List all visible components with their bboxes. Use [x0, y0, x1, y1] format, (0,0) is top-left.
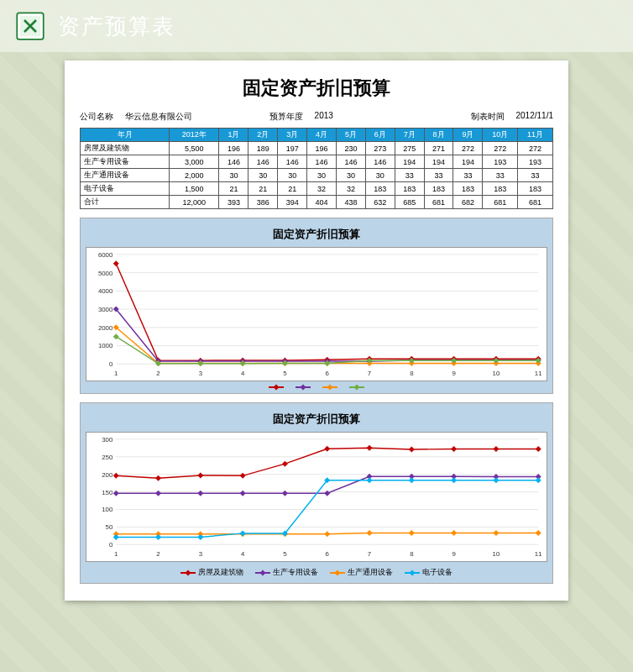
- svg-rect-131: [197, 534, 203, 540]
- svg-rect-101: [324, 446, 330, 452]
- year-label: 预算年度: [269, 111, 303, 123]
- table-cell: 183: [518, 182, 553, 196]
- table-header: 7月: [395, 129, 424, 142]
- svg-rect-99: [240, 473, 246, 479]
- data-table: 年月2012年1月2月3月4月5月6月7月8月9月10月11月 房屋及建筑物5,…: [80, 128, 553, 209]
- svg-rect-104: [451, 446, 457, 452]
- table-header: 5月: [336, 129, 365, 142]
- svg-text:0: 0: [109, 360, 113, 368]
- excel-icon: [13, 8, 48, 44]
- svg-text:3000: 3000: [98, 306, 113, 313]
- svg-text:10: 10: [493, 550, 500, 558]
- table-cell: 271: [424, 142, 453, 155]
- table-cell: 183: [365, 182, 395, 196]
- date-value: 2012/11/1: [516, 111, 554, 123]
- legend-item: 生产专用设备: [255, 567, 318, 578]
- table-cell: 32: [307, 182, 337, 196]
- svg-text:100: 100: [102, 506, 113, 513]
- svg-text:6000: 6000: [98, 251, 113, 259]
- table-cell: 32: [336, 182, 365, 196]
- table-cell: 33: [518, 169, 553, 182]
- table-header: 2012年: [170, 129, 219, 142]
- svg-rect-136: [409, 477, 415, 483]
- table-cell: 438: [336, 196, 365, 209]
- table-cell: 196: [307, 142, 337, 155]
- table-row: 合计12,00039338639440443863268568168268168…: [81, 196, 553, 209]
- svg-text:1000: 1000: [98, 342, 113, 349]
- svg-text:3: 3: [199, 370, 203, 377]
- svg-text:10: 10: [493, 370, 500, 377]
- svg-text:5: 5: [283, 550, 287, 558]
- svg-rect-60: [113, 333, 119, 339]
- svg-text:50: 50: [106, 523, 113, 531]
- svg-rect-97: [155, 475, 161, 481]
- table-row: 生产专用设备3,00014614614614614614619419419419…: [81, 155, 553, 169]
- table-cell: 681: [424, 196, 453, 209]
- table-header: 9月: [453, 129, 483, 142]
- table-header: 11月: [518, 129, 553, 142]
- table-cell: 183: [453, 182, 483, 196]
- svg-text:2: 2: [156, 370, 160, 377]
- table-cell: 1,500: [170, 182, 219, 196]
- svg-rect-108: [155, 491, 161, 496]
- table-cell: 272: [453, 142, 483, 155]
- svg-rect-123: [324, 531, 330, 537]
- table-cell: 183: [483, 182, 518, 196]
- svg-text:2000: 2000: [98, 324, 113, 332]
- chart-1-title: 固定资产折旧预算: [86, 227, 547, 242]
- table-cell: 2,000: [170, 169, 219, 182]
- svg-text:200: 200: [102, 471, 113, 479]
- svg-rect-111: [282, 491, 288, 496]
- svg-rect-126: [451, 530, 457, 536]
- table-header: 年月: [81, 129, 170, 142]
- table-cell: 681: [518, 196, 553, 209]
- table-cell: 183: [424, 182, 453, 196]
- legend-item: [322, 386, 337, 388]
- table-header: 4月: [307, 129, 337, 142]
- table-cell: 5,500: [170, 142, 219, 155]
- table-cell: 194: [424, 155, 453, 169]
- legend-item: 房屋及建筑物: [180, 567, 243, 578]
- year-value: 2013: [315, 111, 333, 123]
- svg-text:11: 11: [535, 550, 542, 558]
- table-cell: 146: [365, 155, 395, 169]
- table-cell: 12,000: [170, 196, 219, 209]
- document-title: 固定资产折旧预算: [80, 76, 553, 101]
- svg-text:1: 1: [114, 370, 118, 377]
- company-value: 华云信息有限公司: [125, 111, 192, 123]
- svg-rect-124: [367, 530, 373, 536]
- svg-rect-109: [197, 491, 203, 496]
- chart-2: 固定资产折旧预算 0501001502002503001234567891011…: [80, 402, 553, 584]
- table-header: 6月: [365, 129, 395, 142]
- svg-text:3: 3: [199, 550, 203, 558]
- svg-rect-112: [324, 491, 330, 496]
- table-cell: 30: [336, 169, 365, 182]
- table-cell: 273: [365, 142, 395, 155]
- svg-rect-127: [493, 530, 499, 536]
- table-cell: 386: [248, 196, 278, 209]
- svg-rect-130: [155, 534, 161, 540]
- table-cell: 275: [395, 142, 424, 155]
- table-cell: 146: [248, 155, 278, 169]
- svg-text:11: 11: [535, 370, 542, 377]
- table-cell: 272: [518, 142, 553, 155]
- date-label: 制表时间: [471, 111, 505, 123]
- legend-item: [296, 386, 311, 388]
- table-cell: 196: [219, 142, 248, 155]
- table-cell: 3,000: [170, 155, 219, 169]
- table-row: 房屋及建筑物5,50019618919719623027327527127227…: [81, 142, 553, 155]
- svg-text:7: 7: [368, 370, 371, 377]
- svg-text:0: 0: [109, 541, 113, 549]
- table-cell: 电子设备: [81, 182, 170, 196]
- table-cell: 194: [395, 155, 424, 169]
- legend-item: 电子设备: [405, 567, 453, 578]
- svg-text:4000: 4000: [98, 287, 113, 295]
- table-header: 10月: [483, 129, 518, 142]
- table-cell: 33: [424, 169, 453, 182]
- svg-text:5000: 5000: [98, 270, 113, 277]
- table-cell: 685: [395, 196, 424, 209]
- svg-text:8: 8: [410, 370, 414, 377]
- svg-rect-107: [113, 491, 119, 496]
- table-cell: 房屋及建筑物: [81, 142, 170, 155]
- svg-text:2: 2: [156, 550, 160, 558]
